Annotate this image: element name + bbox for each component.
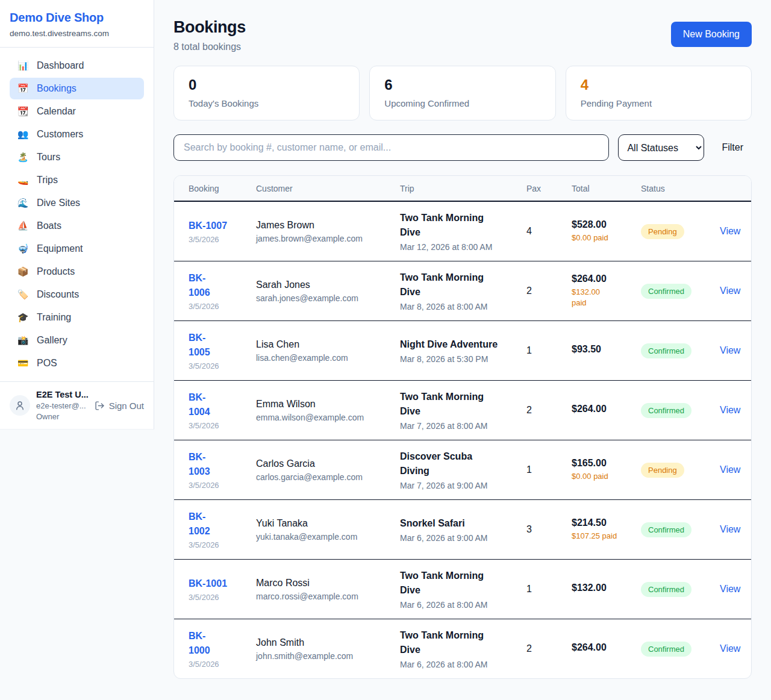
bookings-count: 8 total bookings	[173, 42, 246, 52]
paid-amount: $0.00 paid	[572, 471, 641, 482]
status-badge: Confirmed	[641, 284, 691, 299]
customer-email: emma.wilson@example.com	[256, 413, 400, 422]
sidebar-item-customers[interactable]: 👥 Customers	[10, 123, 144, 145]
booking-cell: BK-1002 3/5/2026	[189, 510, 256, 549]
view-link[interactable]: View	[720, 286, 740, 296]
trip-cell: Two Tank Morning Dive Mar 7, 2026 at 8:0…	[400, 390, 526, 431]
actions-cell: View	[720, 524, 740, 535]
customer-name: Sarah Jones	[256, 280, 400, 290]
trip-name: Two Tank Morning Dive	[400, 211, 499, 240]
column-header-status: Status	[641, 184, 720, 193]
booking-date: 3/5/2026	[189, 235, 256, 244]
status-filter-select[interactable]: All Statuses	[618, 134, 704, 161]
trip-name: Discover Scuba Diving	[400, 449, 499, 478]
sidebar-item-pos[interactable]: 💳 POS	[10, 352, 144, 374]
total-amount: $165.00	[572, 458, 641, 469]
status-cell: Pending	[641, 463, 720, 478]
trip-cell: Discover Scuba Diving Mar 7, 2026 at 9:0…	[400, 449, 526, 490]
speedboat-icon: 🚤	[17, 175, 29, 186]
view-link[interactable]: View	[720, 226, 740, 236]
booking-date: 3/5/2026	[189, 302, 256, 311]
trip-datetime: Mar 7, 2026 at 9:00 AM	[400, 481, 526, 490]
view-link[interactable]: View	[720, 643, 740, 654]
sidebar-user-footer: E2E Test U... e2e-tester@... Owner Sign …	[0, 381, 154, 429]
calendar-icon: 📅	[17, 83, 29, 94]
status-badge: Confirmed	[641, 403, 691, 418]
booking-id-link[interactable]: BK-1000	[189, 629, 215, 658]
view-link[interactable]: View	[720, 524, 740, 534]
view-link[interactable]: View	[720, 345, 740, 355]
user-icon	[14, 400, 25, 411]
sidebar-item-gallery[interactable]: 📸 Gallery	[10, 330, 144, 351]
sidebar-item-products[interactable]: 📦 Products	[10, 261, 144, 283]
sidebar-item-label: Discounts	[37, 289, 79, 300]
sidebar-item-bookings[interactable]: 📅 Bookings	[10, 78, 144, 99]
actions-cell: View	[720, 345, 740, 356]
trip-datetime: Mar 6, 2026 at 8:00 AM	[400, 600, 526, 610]
booking-cell: BK-1004 3/5/2026	[189, 390, 256, 430]
filter-controls: All Statuses Filter	[173, 134, 752, 161]
sidebar-item-dashboard[interactable]: 📊 Dashboard	[10, 55, 144, 77]
filter-button[interactable]: Filter	[713, 142, 752, 153]
booking-id-link[interactable]: BK-1006	[189, 271, 215, 300]
sidebar-item-calendar[interactable]: 📆 Calendar	[10, 101, 144, 122]
customer-name: John Smith	[256, 637, 400, 648]
table-header-row: Booking Customer Trip Pax Total Status	[174, 176, 751, 201]
customer-cell: Sarah Jones sarah.jones@example.com	[256, 280, 400, 303]
view-link[interactable]: View	[720, 584, 740, 594]
sidebar-item-label: Trips	[37, 175, 58, 186]
sidebar-item-training[interactable]: 🎓 Training	[10, 307, 144, 328]
booking-id-link[interactable]: BK-1005	[189, 331, 215, 360]
actions-cell: View	[720, 226, 740, 237]
sidebar-item-dive-sites[interactable]: 🌊 Dive Sites	[10, 192, 144, 214]
customer-cell: John Smith john.smith@example.com	[256, 637, 400, 661]
new-booking-button[interactable]: New Booking	[671, 22, 752, 47]
bookings-table: Booking Customer Trip Pax Total Status B…	[173, 175, 752, 679]
booking-id-link[interactable]: BK-1002	[189, 510, 215, 539]
trip-cell: Two Tank Morning Dive Mar 6, 2026 at 8:0…	[400, 628, 526, 669]
column-header-customer: Customer	[256, 184, 400, 193]
booking-id-link[interactable]: BK-1007	[189, 219, 256, 233]
pax-cell: 2	[526, 405, 572, 416]
trip-name: Two Tank Morning Dive	[400, 390, 499, 419]
log-out-icon	[95, 401, 105, 411]
booking-date: 3/5/2026	[189, 593, 256, 602]
booking-id-link[interactable]: BK-1001	[189, 577, 256, 591]
trip-datetime: Mar 8, 2026 at 8:00 AM	[400, 302, 526, 311]
customer-name: Yuki Tanaka	[256, 518, 400, 529]
shop-name: Demo Dive Shop	[10, 11, 144, 25]
status-badge: Confirmed	[641, 642, 691, 657]
trip-datetime: Mar 6, 2026 at 8:00 AM	[400, 660, 526, 669]
view-link[interactable]: View	[720, 464, 740, 475]
status-badge: Confirmed	[641, 582, 691, 597]
sidebar-item-discounts[interactable]: 🏷️ Discounts	[10, 284, 144, 305]
page-title-block: Bookings 8 total bookings	[173, 18, 246, 52]
total-cell: $264.00 $132.00 paid	[572, 273, 641, 308]
customer-cell: Lisa Chen lisa.chen@example.com	[256, 339, 400, 363]
sidebar-item-tours[interactable]: 🏝️ Tours	[10, 146, 144, 168]
trip-cell: Two Tank Morning Dive Mar 12, 2026 at 8:…	[400, 211, 526, 252]
booking-id-link[interactable]: BK-1004	[189, 390, 215, 419]
trip-datetime: Mar 12, 2026 at 8:00 AM	[400, 242, 526, 252]
status-cell: Confirmed	[641, 343, 720, 358]
actions-cell: View	[720, 643, 740, 654]
actions-cell: View	[720, 584, 740, 595]
sidebar-item-label: Tours	[37, 152, 60, 163]
sidebar-item-boats[interactable]: ⛵ Boats	[10, 215, 144, 237]
stat-card-pending-payment: 4 Pending Payment	[566, 66, 752, 120]
pax-cell: 1	[526, 464, 572, 475]
customer-cell: Carlos Garcia carlos.garcia@example.com	[256, 458, 400, 482]
booking-id-link[interactable]: BK-1003	[189, 450, 215, 479]
sidebar-item-trips[interactable]: 🚤 Trips	[10, 169, 144, 191]
tag-icon: 🏷️	[17, 289, 29, 300]
status-badge: Pending	[641, 224, 684, 239]
search-input[interactable]	[173, 134, 609, 161]
sailboat-icon: ⛵	[17, 220, 29, 231]
camera-icon: 📸	[17, 335, 29, 346]
shop-domain: demo.test.divestreams.com	[10, 29, 144, 38]
sidebar-item-equipment[interactable]: 🤿 Equipment	[10, 238, 144, 260]
sign-out-button[interactable]: Sign Out	[95, 401, 144, 411]
view-link[interactable]: View	[720, 405, 740, 415]
stat-value: 0	[189, 77, 345, 93]
people-icon: 👥	[17, 129, 29, 140]
